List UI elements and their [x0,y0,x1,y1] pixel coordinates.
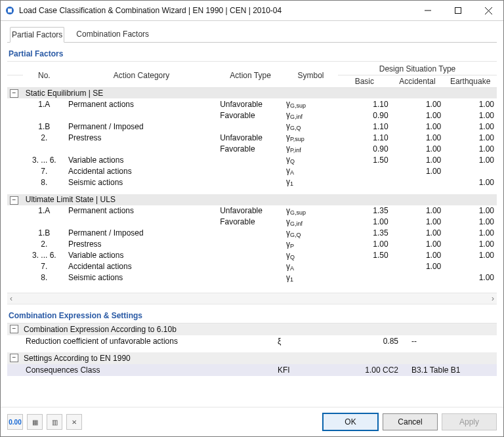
toolbar-grid-icon[interactable]: ▦ [27,414,43,430]
app-icon [5,5,15,16]
hdr-action-category: Action Category [66,63,217,88]
maximize-button[interactable] [443,1,473,20]
table-row[interactable]: 1.BPermanent / ImposedγG,Q1.351.001.00 [7,228,497,239]
table-row[interactable]: 8.Seismic actionsγ11.00 [7,177,497,188]
hdr-earthquake: Earthquake [444,75,497,88]
group-settings-en1990[interactable]: − Settings According to EN 1990 [7,352,497,364]
table-row[interactable]: 1.APermanent actionsUnfavorableγG,sup1.1… [7,98,497,110]
table-row[interactable]: FavorableγP,inf0.901.001.00 [7,143,497,154]
titlebar: Load Case Classification & Combination W… [1,1,503,21]
svg-line-5 [485,7,492,14]
table-row[interactable]: 2.PrestressγP1.001.001.00 [7,239,497,250]
collapse-icon[interactable]: − [10,325,18,333]
combination-settings-tree: − Combination Expression According to 6.… [7,323,497,376]
table-row[interactable]: 7.Accidental actionsγA1.00 [7,165,497,177]
content-area: Partial Factors Combination Factors Part… [1,21,503,407]
table-row[interactable]: 2.PrestressUnfavorableγP,sup1.101.001.00 [7,132,497,143]
svg-rect-3 [455,8,461,14]
group-combination-expression[interactable]: − Combination Expression According to 6.… [7,323,497,335]
section-title-partial-factors: Partial Factors [7,45,497,62]
table-row[interactable]: FavorableγG,inf0.901.001.00 [7,110,497,121]
hdr-design-situation-type: Design Situation Type [338,63,497,75]
table-row[interactable]: 3. ... 6.Variable actionsγQ1.501.001.00 [7,250,497,261]
section-title-combination-settings: Combination Expression & Settings [7,307,497,323]
apply-button[interactable]: Apply [442,413,497,430]
tabs: Partial Factors Combination Factors [7,26,497,43]
table-row[interactable]: 8.Seismic actionsγ11.00 [7,272,497,283]
collapse-icon[interactable]: − [10,89,18,98]
hdr-accidental: Accidental [391,75,444,88]
toolbar-numeric-icon[interactable]: 0.00 [7,414,23,430]
minimize-button[interactable] [413,1,443,20]
collapse-icon[interactable]: − [10,354,18,362]
ok-button[interactable]: OK [322,413,379,431]
close-button[interactable] [473,1,503,20]
hdr-no: No. [23,63,66,88]
table-row[interactable]: 1.BPermanent / ImposedγG,Q1.101.001.00 [7,121,497,132]
toolbar-delete-icon[interactable]: ✕ [66,414,82,430]
window-title: Load Case Classification & Combination W… [19,6,413,15]
svg-rect-1 [8,9,12,12]
footer: 0.00 ▦ ▥ ✕ OK Cancel Apply [1,407,503,436]
toolbar-columns-icon[interactable]: ▥ [47,414,62,430]
row-consequences-class[interactable]: Consequences Class KFI 1.00 CC2 B3.1 Tab… [7,364,497,376]
hdr-symbol: Symbol [284,63,338,88]
hdr-basic: Basic [338,75,391,88]
table-row[interactable]: 1.APermanent actionsUnfavorableγG,sup1.3… [7,205,497,217]
tab-partial-factors[interactable]: Partial Factors [10,27,64,43]
table-group-row[interactable]: −Static Equilibrium | SE [7,88,497,99]
partial-factors-grid: No. Action Category Action Type Symbol D… [7,63,497,290]
hdr-action-type: Action Type [217,63,284,88]
table-row[interactable]: 3. ... 6.Variable actionsγQ1.501.001.00 [7,154,497,165]
horizontal-scrollbar[interactable]: ‹› [7,293,497,304]
dialog-window: Load Case Classification & Combination W… [0,0,504,437]
collapse-icon[interactable]: − [10,196,18,205]
svg-line-4 [485,7,492,14]
table-row[interactable]: 7.Accidental actionsγA1.00 [7,261,497,272]
table-row[interactable]: FavorableγG,inf1.001.001.00 [7,217,497,228]
row-reduction-coefficient[interactable]: Reduction coefficient of unfavorable act… [7,335,497,347]
cancel-button[interactable]: Cancel [383,413,438,430]
table-group-row[interactable]: −Ultimate Limit State | ULS [7,194,497,205]
tab-combination-factors[interactable]: Combination Factors [75,27,150,43]
